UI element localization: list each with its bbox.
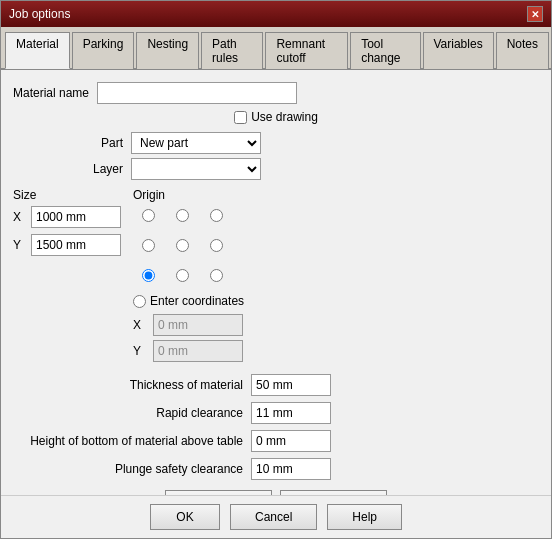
thickness-input[interactable]	[251, 374, 331, 396]
material-name-label: Material name	[13, 86, 89, 100]
enter-coords-radio[interactable]	[133, 295, 146, 308]
size-origin-section: Size X Y Origin	[13, 188, 539, 366]
close-button[interactable]: ✕	[527, 6, 543, 22]
use-drawing-row: Use drawing	[13, 110, 539, 124]
origin-radio-bl[interactable]	[133, 262, 163, 288]
origin-radio-br[interactable]	[201, 262, 231, 288]
use-drawing-checkbox[interactable]	[234, 111, 247, 124]
origin-radio-ml[interactable]	[133, 232, 163, 258]
coord-y-row: Y	[133, 340, 539, 362]
job-options-window: Job options ✕ Material Parking Nesting P…	[0, 0, 552, 539]
rapid-row: Rapid clearance	[13, 402, 539, 424]
plunge-row: Plunge safety clearance	[13, 458, 539, 480]
fields-block: Thickness of material Rapid clearance He…	[13, 374, 539, 480]
size-y-label: Y	[13, 238, 31, 252]
origin-radio-mr[interactable]	[201, 232, 231, 258]
rapid-label: Rapid clearance	[13, 406, 243, 420]
coord-x-label: X	[133, 318, 153, 332]
bottom-bar: OK Cancel Help	[1, 495, 551, 538]
coord-x-input[interactable]	[153, 314, 243, 336]
origin-grid	[133, 202, 539, 288]
layer-row: Layer	[13, 158, 539, 180]
height-label: Height of bottom of material above table	[13, 434, 243, 448]
origin-radio-tr[interactable]	[201, 202, 231, 228]
tab-notes[interactable]: Notes	[496, 32, 549, 69]
coord-x-row: X	[133, 314, 539, 336]
origin-radio-mc[interactable]	[167, 232, 197, 258]
enter-coords-label: Enter coordinates	[150, 294, 244, 308]
use-drawing-label: Use drawing	[251, 110, 318, 124]
thickness-label: Thickness of material	[13, 378, 243, 392]
plunge-input[interactable]	[251, 458, 331, 480]
material-content: Material name Use drawing Part New part …	[1, 70, 551, 495]
tab-nesting[interactable]: Nesting	[136, 32, 199, 69]
tab-variables[interactable]: Variables	[423, 32, 494, 69]
rapid-input[interactable]	[251, 402, 331, 424]
tab-tool-change[interactable]: Tool change	[350, 32, 420, 69]
cancel-button[interactable]: Cancel	[230, 504, 317, 530]
origin-radio-bc[interactable]	[167, 262, 197, 288]
size-x-input[interactable]	[31, 206, 121, 228]
help-button[interactable]: Help	[327, 504, 402, 530]
tab-material[interactable]: Material	[5, 32, 70, 69]
tab-bar: Material Parking Nesting Path rules Remn…	[1, 27, 551, 70]
origin-section: Origin Ente	[133, 188, 539, 366]
enter-coords-row: Enter coordinates	[133, 294, 539, 308]
coord-y-label: Y	[133, 344, 153, 358]
size-x-row: X	[13, 206, 121, 228]
size-section: Size X Y	[13, 188, 121, 366]
size-title: Size	[13, 188, 121, 202]
origin-radio-tc[interactable]	[167, 202, 197, 228]
layer-label: Layer	[73, 162, 123, 176]
part-row: Part New part	[13, 132, 539, 154]
ok-button[interactable]: OK	[150, 504, 220, 530]
plunge-label: Plunge safety clearance	[13, 462, 243, 476]
size-x-label: X	[13, 210, 31, 224]
material-name-input[interactable]	[97, 82, 297, 104]
window-title: Job options	[9, 7, 70, 21]
tab-path-rules[interactable]: Path rules	[201, 32, 263, 69]
titlebar: Job options ✕	[1, 1, 551, 27]
origin-title: Origin	[133, 188, 165, 202]
part-label: Part	[73, 136, 123, 150]
size-y-input[interactable]	[31, 234, 121, 256]
part-select[interactable]: New part	[131, 132, 261, 154]
size-y-row: Y	[13, 234, 121, 256]
height-input[interactable]	[251, 430, 331, 452]
tab-remnant-cutoff[interactable]: Remnant cutoff	[265, 32, 348, 69]
material-name-row: Material name	[13, 82, 539, 104]
layer-select[interactable]	[131, 158, 261, 180]
height-row: Height of bottom of material above table	[13, 430, 539, 452]
origin-radio-tl[interactable]	[133, 202, 163, 228]
thickness-row: Thickness of material	[13, 374, 539, 396]
coord-y-input[interactable]	[153, 340, 243, 362]
tab-parking[interactable]: Parking	[72, 32, 135, 69]
